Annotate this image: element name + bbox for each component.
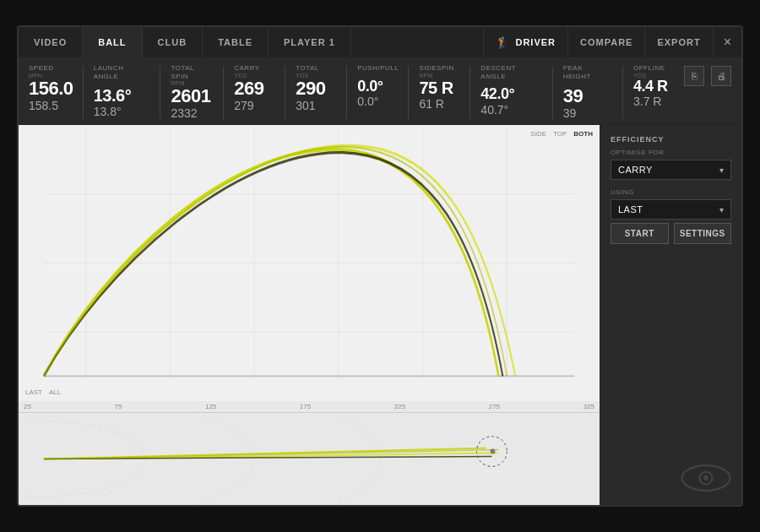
stat-sidespin: SIDESPIN RPM 75 R 61 R bbox=[419, 64, 470, 111]
x-label-75: 75 bbox=[114, 403, 122, 410]
compare-button[interactable]: COMPARE bbox=[567, 27, 644, 57]
divider-7 bbox=[470, 66, 470, 119]
stat-launch-angle: LAUNCH ANGLE 13.6° 13.8° bbox=[94, 64, 160, 119]
stat-peak-height: PEAK HEIGHT 39 39 bbox=[563, 64, 622, 121]
sidebar-action-buttons: START SETTINGS bbox=[611, 223, 731, 244]
logo-icon bbox=[681, 461, 731, 495]
divider-9 bbox=[622, 66, 623, 119]
stat-offline: OFFLINE YDS 4.4 R 3.7 R bbox=[633, 64, 684, 109]
copy-icon-btn[interactable]: ⎘ bbox=[684, 66, 704, 86]
divider-3 bbox=[223, 66, 224, 119]
stat-carry: CARRY YDS 269 279 bbox=[234, 64, 285, 113]
stat-push-pull: PUSH/PULL 0.0° 0.0° bbox=[357, 64, 408, 109]
club-icon: 🏌 bbox=[496, 36, 510, 49]
svg-point-21 bbox=[703, 475, 708, 480]
export-button[interactable]: EXPORT bbox=[644, 27, 712, 57]
x-label-275: 275 bbox=[489, 403, 500, 410]
stat-speed: SPEED MPH 156.0 158.5 bbox=[29, 64, 83, 113]
close-button[interactable]: × bbox=[713, 27, 741, 57]
tab-table[interactable]: TABLE bbox=[203, 27, 269, 57]
using-label: USING bbox=[611, 188, 731, 196]
optimise-value: CARRY bbox=[618, 165, 653, 175]
efficiency-section: EFFICIENCY OPTIMISE FOR CARRY ▾ USING LA… bbox=[611, 135, 731, 244]
x-axis-labels: 25 75 125 175 225 275 325 bbox=[19, 401, 600, 412]
last-all-labels: LAST ALL bbox=[25, 388, 61, 396]
optimise-select[interactable]: CARRY ▾ bbox=[611, 160, 731, 180]
optimise-chevron-icon: ▾ bbox=[719, 166, 725, 175]
top-label[interactable]: TOP bbox=[553, 130, 567, 138]
efficiency-title: EFFICIENCY bbox=[611, 135, 731, 144]
driver-button[interactable]: 🏌 DRIVER bbox=[483, 27, 567, 57]
trajectory-chart: LAST ALL SIDE TOP BOTH bbox=[19, 125, 600, 401]
stats-icons: ⎘ 🖨 bbox=[684, 64, 731, 86]
divider-6 bbox=[408, 66, 409, 119]
chart-area: LAST ALL SIDE TOP BOTH 25 75 125 175 bbox=[19, 125, 600, 505]
top-view-chart bbox=[19, 412, 600, 505]
all-label: ALL bbox=[49, 388, 61, 396]
using-select[interactable]: LAST ▾ bbox=[611, 199, 731, 220]
tab-video[interactable]: VIDEO bbox=[19, 27, 83, 57]
divider-2 bbox=[160, 66, 160, 119]
using-chevron-icon: ▾ bbox=[719, 205, 725, 214]
x-label-125: 125 bbox=[205, 403, 216, 410]
x-label-175: 175 bbox=[300, 403, 311, 410]
svg-point-18 bbox=[490, 449, 495, 454]
side-label[interactable]: SIDE bbox=[530, 130, 546, 138]
optimise-label: OPTIMISE FOR bbox=[611, 149, 731, 156]
x-label-225: 225 bbox=[394, 403, 405, 410]
both-label[interactable]: BOTH bbox=[573, 130, 593, 138]
nav-bar: VIDEO BALL CLUB TABLE PLAYER 1 🏌 DRIVER … bbox=[19, 27, 741, 57]
app-frame: VIDEO BALL CLUB TABLE PLAYER 1 🏌 DRIVER … bbox=[17, 25, 743, 507]
divider-4 bbox=[285, 66, 285, 119]
last-label: LAST bbox=[25, 388, 42, 396]
sidebar: EFFICIENCY OPTIMISE FOR CARRY ▾ USING LA… bbox=[600, 125, 741, 505]
stat-descent-angle: DESCENT ANGLE 42.0° 40.7° bbox=[480, 64, 551, 117]
x-label-25: 25 bbox=[24, 403, 31, 410]
divider-1 bbox=[83, 66, 84, 119]
main-content: LAST ALL SIDE TOP BOTH 25 75 125 175 bbox=[19, 125, 741, 505]
print-icon-btn[interactable]: 🖨 bbox=[711, 66, 731, 86]
x-label-325: 325 bbox=[584, 403, 594, 410]
tab-club[interactable]: CLUB bbox=[143, 27, 204, 57]
tab-player1[interactable]: PLAYER 1 bbox=[269, 27, 351, 57]
stats-bar: SPEED MPH 156.0 158.5 LAUNCH ANGLE 13.6°… bbox=[19, 57, 741, 125]
divider-5 bbox=[346, 66, 347, 119]
divider-8 bbox=[552, 66, 553, 119]
stat-total: TOTAL YDS 290 301 bbox=[296, 64, 346, 113]
settings-button[interactable]: SETTINGS bbox=[674, 223, 732, 244]
stat-total-spin: TOTAL SPIN RPM 2601 2332 bbox=[171, 64, 223, 121]
using-value: LAST bbox=[618, 204, 643, 214]
side-top-both: SIDE TOP BOTH bbox=[530, 130, 593, 138]
tab-ball[interactable]: BALL bbox=[83, 27, 142, 57]
watermark bbox=[611, 458, 731, 495]
nav-right: 🏌 DRIVER COMPARE EXPORT × bbox=[483, 27, 741, 57]
start-button[interactable]: START bbox=[611, 223, 669, 244]
